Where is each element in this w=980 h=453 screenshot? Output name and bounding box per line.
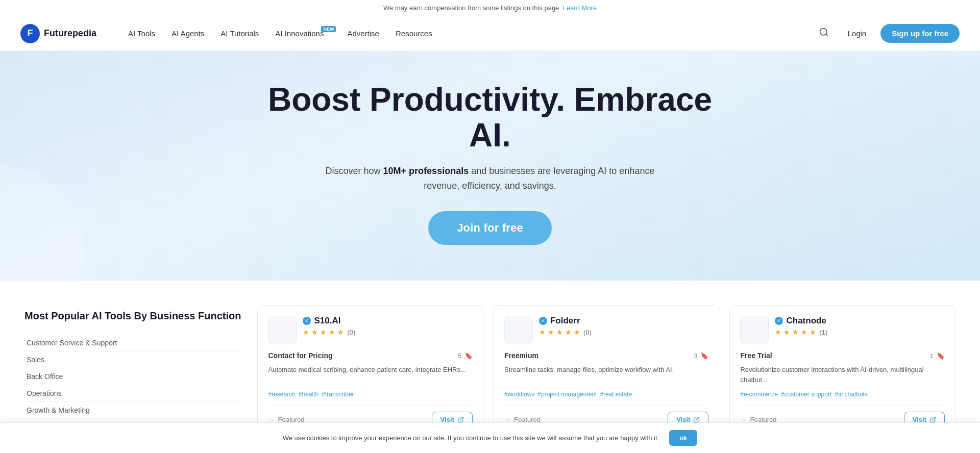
card-header: ✓ Folderr ★ ★ ★ ★ ★ (0) [504, 316, 709, 344]
star-2: ★ [783, 328, 790, 336]
cookie-text: We use cookies to improve your experienc… [283, 434, 659, 442]
review-count: (0) [583, 329, 592, 336]
pricing-row: Freemium 3 🔖 [504, 351, 709, 360]
card-s10ai: ✓ S10.AI ★ ★ ★ ★ ★ (0) Contact for Prici… [257, 305, 483, 438]
card-tags: #workflows #project management #real est… [504, 391, 709, 398]
bookmark-row: 3 🔖 [694, 352, 708, 360]
tag-research[interactable]: #research [268, 391, 295, 398]
bookmark-count: 3 [694, 352, 697, 360]
verified-icon: ✓ [539, 317, 547, 325]
card-header: ✓ S10.AI ★ ★ ★ ★ ★ (0) [268, 316, 473, 344]
main-nav: AI Tools AI Agents AI Tutorials AI Innov… [121, 25, 815, 42]
card-header: ✓ Chatnode ★ ★ ★ ★ ★ (1) [740, 316, 945, 344]
bookmark-icon: 🔖 [700, 352, 708, 360]
card-logo [268, 316, 297, 344]
star-3: ★ [320, 328, 327, 336]
bookmark-icon: 🔖 [937, 352, 945, 360]
review-count: (0) [347, 329, 355, 336]
pricing-label: Contact for Pricing [268, 351, 332, 360]
new-badge: NEW [321, 26, 336, 32]
cookie-ok-button[interactable]: ok [669, 430, 697, 446]
star-5: ★ [810, 328, 816, 336]
star-4: ★ [329, 328, 335, 336]
bookmark-row: 5 🔖 [458, 352, 473, 360]
announcement-bar: We may earn compensation from some listi… [0, 0, 980, 16]
announcement-text: We may earn compensation from some listi… [383, 4, 561, 12]
bookmark-icon: 🔖 [464, 352, 473, 360]
stars-row: ★ ★ ★ ★ ★ (0) [539, 328, 709, 336]
search-button[interactable] [815, 23, 833, 44]
logo[interactable]: F Futurepedia [20, 24, 96, 43]
bookmark-count: 5 [458, 352, 461, 360]
card-name-row: ✓ Chatnode [775, 316, 945, 326]
nav-ai-agents[interactable]: AI Agents [164, 25, 211, 42]
sidebar-item-growth-marketing[interactable]: Growth & Marketing [24, 402, 241, 419]
card-name-row: ✓ S10.AI [303, 316, 473, 326]
nav-resources[interactable]: Resources [388, 25, 439, 42]
sidebar-item-back-office[interactable]: Back Office [24, 368, 241, 385]
sidebar-nav: Most Popular AI Tools By Business Functi… [24, 305, 241, 438]
tag-transcriber[interactable]: #transcriber [322, 391, 354, 398]
card-logo [740, 316, 769, 344]
nav-ai-innovations[interactable]: AI Innovations NEW [268, 25, 338, 42]
header: F Futurepedia AI Tools AI Agents AI Tuto… [0, 16, 980, 51]
verified-icon: ✓ [775, 317, 783, 325]
nav-ai-tools[interactable]: AI Tools [121, 25, 162, 42]
star-2: ★ [548, 328, 554, 336]
nav-right: Login Sign up for free [815, 23, 960, 44]
cards-container: ✓ S10.AI ★ ★ ★ ★ ★ (0) Contact for Prici… [257, 305, 955, 438]
star-5: ★ [337, 328, 344, 336]
tag-health[interactable]: #health [299, 391, 318, 398]
join-button[interactable]: Join for free [428, 211, 552, 245]
pricing-label: Free Trial [740, 351, 772, 360]
pricing-row: Free Trial 1 🔖 [740, 351, 945, 360]
card-chatnode: ✓ Chatnode ★ ★ ★ ★ ★ (1) Free Trial [729, 305, 955, 438]
review-count: (1) [819, 329, 827, 336]
card-header-info: ✓ S10.AI ★ ★ ★ ★ ★ (0) [303, 316, 473, 336]
tag-customer-support[interactable]: #customer support [781, 391, 831, 398]
svg-line-1 [826, 34, 828, 36]
bookmark-count: 1 [930, 352, 934, 360]
card-header-info: ✓ Folderr ★ ★ ★ ★ ★ (0) [539, 316, 709, 336]
svg-line-2 [460, 417, 463, 420]
tag-ai-chatbots[interactable]: #ai chatbots [835, 391, 868, 398]
card-logo [504, 316, 533, 344]
card-name: S10.AI [314, 316, 340, 326]
stars-row: ★ ★ ★ ★ ★ (1) [775, 328, 945, 336]
nav-ai-tutorials[interactable]: AI Tutorials [213, 25, 266, 42]
star-3: ★ [792, 328, 799, 336]
sidebar-item-customer-service[interactable]: Customer Service & Support [24, 335, 241, 351]
card-folderr: ✓ Folderr ★ ★ ★ ★ ★ (0) Freemium [494, 305, 720, 438]
star-4: ★ [801, 328, 807, 336]
sidebar-item-sales[interactable]: Sales [24, 351, 241, 368]
signup-button[interactable]: Sign up for free [880, 24, 960, 43]
card-desc: Streamline tasks, manage files, optimize… [504, 365, 709, 385]
hero-subtitle: Discover how 10M+ professionals and busi… [316, 164, 664, 193]
logo-name: Futurepedia [44, 28, 96, 39]
tag-ecommerce[interactable]: #e-commerce [740, 391, 777, 398]
tag-real-estate[interactable]: #real estate [600, 391, 632, 398]
svg-line-3 [696, 417, 699, 420]
sidebar-item-operations[interactable]: Operations [24, 385, 241, 402]
tag-project-management[interactable]: #project management [537, 391, 597, 398]
card-desc: Revolutionize customer interactions with… [740, 365, 945, 385]
hero-title: Boost Productivity. Embrace AI. [260, 82, 720, 154]
card-desc: Automate medical scribing, enhance patie… [268, 365, 473, 385]
star-5: ★ [574, 328, 580, 336]
nav-advertise[interactable]: Advertise [340, 25, 386, 42]
cookie-banner: We use cookies to improve your experienc… [0, 422, 980, 453]
pricing-label: Freemium [504, 351, 538, 360]
svg-line-4 [932, 417, 935, 420]
verified-icon: ✓ [303, 317, 311, 325]
tag-workflows[interactable]: #workflows [504, 391, 534, 398]
pricing-row: Contact for Pricing 5 🔖 [268, 351, 473, 360]
star-1: ★ [539, 328, 546, 336]
learn-more-link[interactable]: Learn More [563, 4, 597, 12]
login-button[interactable]: Login [841, 25, 872, 42]
logo-icon: F [20, 24, 40, 43]
card-header-info: ✓ Chatnode ★ ★ ★ ★ ★ (1) [775, 316, 945, 336]
star-4: ★ [565, 328, 572, 336]
sidebar-title: Most Popular AI Tools By Business Functi… [24, 309, 241, 322]
star-2: ★ [311, 328, 318, 336]
card-name: Chatnode [786, 316, 826, 326]
